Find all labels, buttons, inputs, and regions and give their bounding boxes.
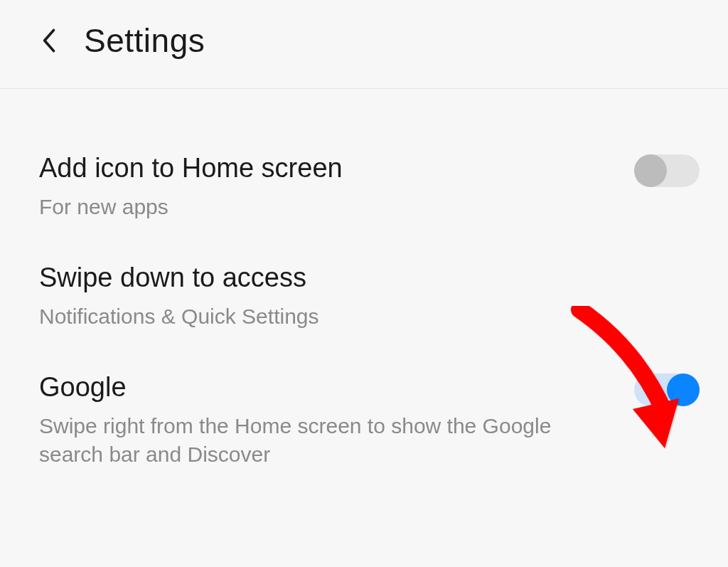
page-title: Settings [84,21,205,60]
setting-add-icon-home[interactable]: Add icon to Home screen For new apps [39,132,700,241]
add-icon-toggle[interactable] [634,154,700,187]
setting-title: Swipe down to access [39,261,671,295]
setting-subtitle: Swipe right from the Home screen to show… [39,412,579,470]
setting-text: Add icon to Home screen For new apps [39,152,634,221]
settings-list: Add icon to Home screen For new apps Swi… [0,89,728,489]
setting-subtitle: Notifications & Quick Settings [39,302,579,332]
toggle-knob [634,154,667,187]
setting-text: Swipe down to access Notifications & Qui… [39,261,700,331]
google-toggle[interactable] [634,373,700,406]
setting-title: Google [39,371,606,405]
setting-subtitle: For new apps [39,193,579,222]
settings-screen: Settings Add icon to Home screen For new… [0,0,728,567]
toggle-knob [667,373,700,406]
setting-swipe-down[interactable]: Swipe down to access Notifications & Qui… [39,241,700,351]
setting-google[interactable]: Google Swipe right from the Home screen … [39,351,700,489]
back-icon[interactable] [36,26,64,55]
setting-title: Add icon to Home screen [39,152,606,186]
setting-text: Google Swipe right from the Home screen … [39,371,634,470]
header: Settings [0,0,728,89]
